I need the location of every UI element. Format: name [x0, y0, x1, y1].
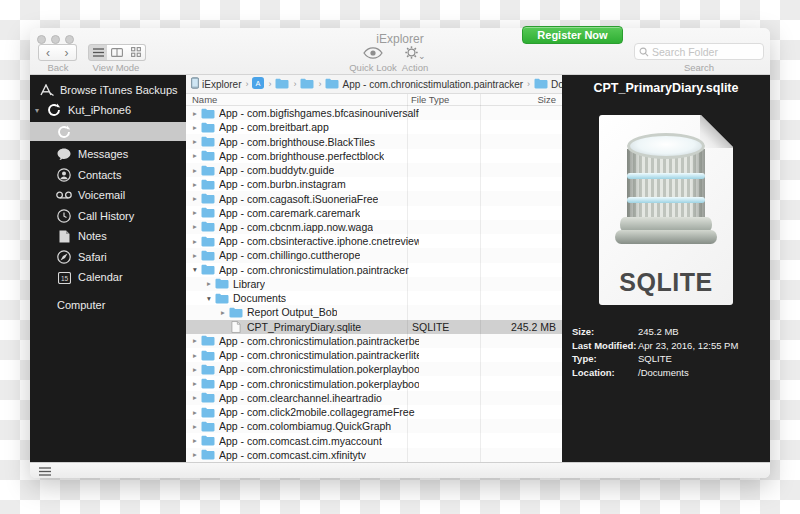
file-row[interactable]: ▸App - com.cbsinteractive.iphone.cnetrev… [186, 234, 562, 248]
disclosure-triangle-icon[interactable]: ▸ [190, 450, 200, 459]
view-mode-columns-button[interactable] [107, 44, 127, 61]
file-row[interactable]: ▸App - com.comcast.cim.xfinitytv [186, 448, 562, 462]
sidebar-item-call-history[interactable]: Call History [30, 206, 186, 227]
sidebar-item-contacts[interactable]: Contacts [30, 165, 186, 186]
sidebar-item-notes[interactable]: Notes [30, 226, 186, 247]
disclosure-triangle-icon[interactable]: ▸ [190, 166, 200, 175]
folder-icon [200, 392, 216, 403]
file-row[interactable]: ▸App - com.burbn.instagram [186, 177, 562, 191]
disclosure-triangle-icon[interactable]: ▸ [190, 123, 200, 132]
breadcrumb-item[interactable]: iExplorer [191, 77, 241, 91]
file-row[interactable]: ▸App - com.bigfishgames.bfcasinouniversa… [186, 106, 562, 120]
sidebar-item-safari[interactable]: Safari [30, 247, 186, 268]
file-row[interactable]: ▸App - com.chronicstimulation.paintracke… [186, 348, 562, 362]
folder-icon [200, 449, 216, 460]
apps-icon: A [252, 77, 264, 91]
disclosure-triangle-icon[interactable]: ▸ [190, 137, 200, 146]
search-field[interactable] [634, 43, 764, 60]
column-header-name[interactable]: Name [192, 94, 217, 105]
disclosure-triangle-icon[interactable]: ▸ [190, 109, 200, 118]
disclosure-triangle-icon[interactable]: ▸ [190, 422, 200, 431]
disclosure-triangle-icon[interactable]: ▸ [190, 351, 200, 360]
quick-look-button[interactable] [363, 45, 383, 63]
disclosure-triangle-icon[interactable]: ▾ [190, 265, 200, 274]
disclosure-triangle-icon[interactable]: ▸ [190, 180, 200, 189]
back-icon: ‹ [46, 46, 50, 60]
file-name: App - com.chronicstimulation.pokerplaybo… [219, 363, 419, 375]
action-button[interactable]: ⌄ [405, 45, 426, 63]
file-row[interactable]: ▸App - com.chillingo.cuttherope [186, 248, 562, 262]
disclosure-triangle-icon[interactable]: ▾ [35, 106, 45, 115]
breadcrumb-item[interactable]: A [252, 77, 264, 91]
file-row[interactable]: ▸App - com.chronicstimulation.pokerplayb… [186, 376, 562, 390]
file-row[interactable]: ▸App - com.cagasoft.iSuoneriaFree [186, 191, 562, 205]
disclosure-triangle-icon[interactable]: ▸ [190, 237, 200, 246]
disclosure-triangle-icon[interactable]: ▸ [190, 336, 200, 345]
notes-icon [56, 230, 72, 243]
breadcrumb-item[interactable]: App - com.chronicstimulation.paintracker [325, 78, 523, 91]
view-mode-list-button[interactable] [88, 44, 108, 61]
sidebar-item-computer[interactable]: Computer [30, 295, 186, 315]
search-input[interactable] [652, 46, 759, 58]
file-name: App - com.breitbart.app [219, 121, 329, 133]
register-now-button[interactable]: Register Now [522, 26, 623, 44]
breadcrumb-item[interactable] [300, 78, 314, 91]
folder-icon [200, 165, 216, 176]
device-icon [191, 77, 199, 91]
file-row[interactable]: ▸App - com.chronicstimulation.pokerplayb… [186, 362, 562, 376]
column-header-size[interactable]: Size [538, 94, 556, 105]
back-label: Back [38, 62, 78, 73]
disclosure-triangle-icon[interactable]: ▸ [190, 393, 200, 402]
sidebar-item-backup[interactable] [30, 122, 186, 141]
disclosure-triangle-icon[interactable]: ▸ [190, 151, 200, 160]
sidebar-item-label: Call History [78, 210, 134, 222]
file-row[interactable]: ▸App - com.comcast.cim.myaccount [186, 433, 562, 447]
file-row[interactable]: ▸App - com.click2mobile.collagegrameFree [186, 405, 562, 419]
disclosure-triangle-icon[interactable]: ▸ [190, 194, 200, 203]
file-name: App - com.buddytv.guide [219, 164, 334, 176]
disclosure-triangle-icon[interactable]: ▸ [190, 408, 200, 417]
restore-icon [46, 103, 62, 117]
metadata-label: Last Modified: [572, 339, 638, 353]
hamburger-icon[interactable] [38, 462, 52, 480]
file-row[interactable]: ▸App - com.colombiamug.QuickGraph [186, 419, 562, 433]
disclosure-triangle-icon[interactable]: ▸ [190, 365, 200, 374]
sidebar-item-voicemail[interactable]: Voicemail [30, 185, 186, 206]
sidebar-item-kut-iphone6[interactable]: ▾Kut_iPhone6 [30, 100, 186, 120]
file-row[interactable]: ▸App - com.brighthouse.perfectblock [186, 149, 562, 163]
file-row[interactable]: ▸Library [186, 277, 562, 291]
file-row[interactable]: ▾Documents [186, 291, 562, 305]
breadcrumb-item[interactable] [275, 78, 289, 91]
forward-button[interactable]: › [57, 44, 77, 61]
disclosure-triangle-icon[interactable]: ▸ [190, 251, 200, 260]
view-mode-grid-button[interactable] [126, 44, 146, 61]
file-row[interactable]: ▸App - com.cbcnm.iapp.now.waga [186, 220, 562, 234]
sidebar-item-browse-itunes-backups[interactable]: Browse iTunes Backups [30, 79, 186, 100]
file-row[interactable]: ▸Report Output_Bob [186, 305, 562, 319]
file-row[interactable]: ▾App - com.chronicstimulation.paintracke… [186, 263, 562, 277]
file-row[interactable]: ▸App - com.caremark.caremark [186, 206, 562, 220]
breadcrumb-item[interactable]: Documents [534, 78, 562, 91]
sidebar-item-messages[interactable]: Messages [30, 144, 186, 165]
disclosure-triangle-icon[interactable]: ▸ [218, 308, 228, 317]
search-icon [639, 43, 649, 61]
disclosure-triangle-icon[interactable]: ▾ [204, 294, 214, 303]
disclosure-triangle-icon[interactable]: ▸ [190, 379, 200, 388]
file-name: Documents [233, 292, 286, 304]
breadcrumb-item-label: Documents [551, 79, 562, 90]
disclosure-triangle-icon[interactable]: ▸ [190, 222, 200, 231]
file-row[interactable]: ▸App - com.chronicstimulation.paintracke… [186, 334, 562, 348]
eye-icon [363, 45, 383, 62]
disclosure-triangle-icon[interactable]: ▸ [190, 436, 200, 445]
sidebar-item-calendar[interactable]: 15Calendar [30, 267, 186, 288]
file-name: App - com.burbn.instagram [219, 178, 346, 190]
file-row[interactable]: ▸App - com.buddytv.guide [186, 163, 562, 177]
column-header-file-type[interactable]: File Type [411, 94, 449, 105]
disclosure-triangle-icon[interactable]: ▸ [204, 279, 214, 288]
file-row[interactable]: ▸App - com.breitbart.app [186, 120, 562, 134]
back-button[interactable]: ‹ [38, 44, 58, 61]
file-row[interactable]: CPT_PrimaryDiary.sqliteSQLITE245.2 MB [186, 320, 562, 334]
disclosure-triangle-icon[interactable]: ▸ [190, 208, 200, 217]
file-row[interactable]: ▸App - com.clearchannel.iheartradio [186, 391, 562, 405]
file-row[interactable]: ▸App - com.brighthouse.BlackTiles [186, 134, 562, 148]
